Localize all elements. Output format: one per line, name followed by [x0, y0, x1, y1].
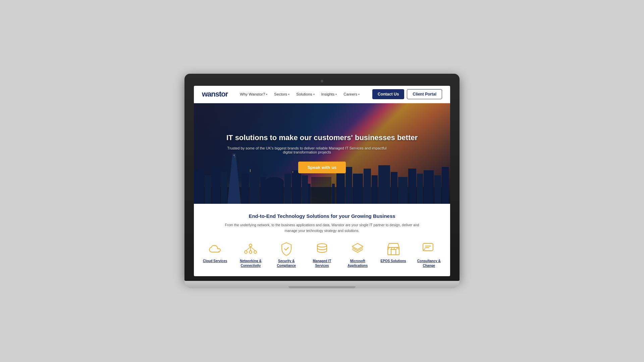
main-nav: Why Wanstor? ▾ Sectors ▾ Solutions ▾ Ins… — [237, 91, 372, 98]
svg-point-36 — [245, 251, 247, 253]
svg-rect-9 — [260, 177, 266, 204]
camera — [321, 80, 323, 82]
svg-point-37 — [249, 251, 252, 253]
solution-security[interactable]: Security & Compliance — [272, 241, 301, 268]
contact-us-button[interactable]: Contact Us — [372, 89, 404, 99]
svg-line-41 — [251, 247, 255, 251]
security-label: Security & Compliance — [272, 259, 301, 268]
solution-microsoft[interactable]: Microsoft Applications — [343, 241, 372, 268]
solutions-grid: Cloud Services — [201, 241, 443, 268]
chevron-down-icon: ▾ — [288, 93, 289, 96]
nav-solutions[interactable]: Solutions ▾ — [293, 91, 317, 98]
nav-why-wanstor[interactable]: Why Wanstor? ▾ — [237, 91, 270, 98]
screen-bezel: wanstor Why Wanstor? ▾ Sectors ▾ Solutio… — [184, 74, 460, 281]
hero-section: IT solutions to make our customers' busi… — [194, 103, 450, 204]
speak-with-us-button[interactable]: Speak with us — [298, 162, 346, 173]
solution-consultancy[interactable]: Consultancy & Change — [415, 241, 443, 268]
hero-subtitle: Trusted by some of the UK's biggest bran… — [226, 146, 387, 154]
svg-rect-3 — [205, 175, 211, 204]
nav-careers[interactable]: Careers ▾ — [341, 91, 362, 98]
svg-rect-28 — [424, 170, 434, 204]
solutions-description: From the underlying network, to the busi… — [225, 222, 419, 234]
hero-content: IT solutions to make our customers' busi… — [220, 127, 424, 180]
svg-rect-25 — [398, 177, 408, 204]
solutions-section: End-to-End Technology Solutions for your… — [194, 204, 450, 277]
layers-icon — [350, 241, 365, 256]
svg-rect-30 — [442, 167, 449, 204]
solution-managed[interactable]: Managed IT Services — [308, 241, 336, 268]
networking-label: Networking & Connectivity — [236, 259, 265, 268]
svg-rect-15 — [308, 184, 311, 204]
microsoft-label: Microsoft Applications — [343, 259, 372, 268]
chevron-down-icon: ▾ — [335, 93, 337, 96]
svg-rect-17 — [332, 184, 335, 204]
cloud-label: Cloud Services — [203, 259, 227, 263]
nav-sectors[interactable]: Sectors ▾ — [271, 91, 292, 98]
svg-rect-29 — [434, 175, 441, 204]
client-portal-button[interactable]: Client Portal — [407, 89, 442, 99]
network-icon — [243, 241, 258, 256]
svg-point-38 — [254, 251, 257, 253]
laptop-base — [184, 281, 460, 288]
shield-icon — [279, 241, 294, 256]
chevron-down-icon: ▾ — [358, 93, 360, 96]
svg-rect-2 — [194, 170, 204, 204]
solutions-title: End-to-End Technology Solutions for your… — [201, 213, 443, 219]
consultancy-label: Consultancy & Change — [415, 259, 443, 268]
site-logo: wanstor — [202, 90, 228, 99]
site-header: wanstor Why Wanstor? ▾ Sectors ▾ Solutio… — [194, 86, 450, 103]
store-icon — [386, 241, 401, 256]
hero-title: IT solutions to make our customers' busi… — [226, 133, 418, 142]
solution-networking[interactable]: Networking & Connectivity — [236, 241, 265, 268]
svg-rect-43 — [388, 247, 399, 255]
stack-icon — [315, 241, 329, 256]
header-buttons: Contact Us Client Portal — [372, 89, 442, 99]
nav-insights[interactable]: Insights ▾ — [319, 91, 340, 98]
epos-label: EPOS Solutions — [381, 259, 406, 263]
solution-epos[interactable]: EPOS Solutions — [379, 241, 408, 268]
managed-label: Managed IT Services — [308, 259, 336, 268]
laptop-container: wanstor Why Wanstor? ▾ Sectors ▾ Solutio… — [184, 74, 460, 289]
svg-rect-16 — [311, 177, 331, 204]
chat-icon — [422, 241, 436, 256]
svg-point-35 — [249, 244, 252, 247]
solution-cloud[interactable]: Cloud Services — [201, 241, 229, 268]
chevron-down-icon: ▾ — [313, 93, 315, 96]
svg-rect-44 — [391, 249, 396, 255]
svg-rect-11 — [265, 182, 284, 204]
svg-line-39 — [246, 247, 251, 251]
svg-point-42 — [317, 244, 327, 247]
svg-rect-4 — [212, 167, 220, 204]
chevron-down-icon: ▾ — [266, 93, 267, 96]
laptop-screen: wanstor Why Wanstor? ▾ Sectors ▾ Solutio… — [194, 86, 450, 277]
cloud-icon — [208, 241, 222, 256]
